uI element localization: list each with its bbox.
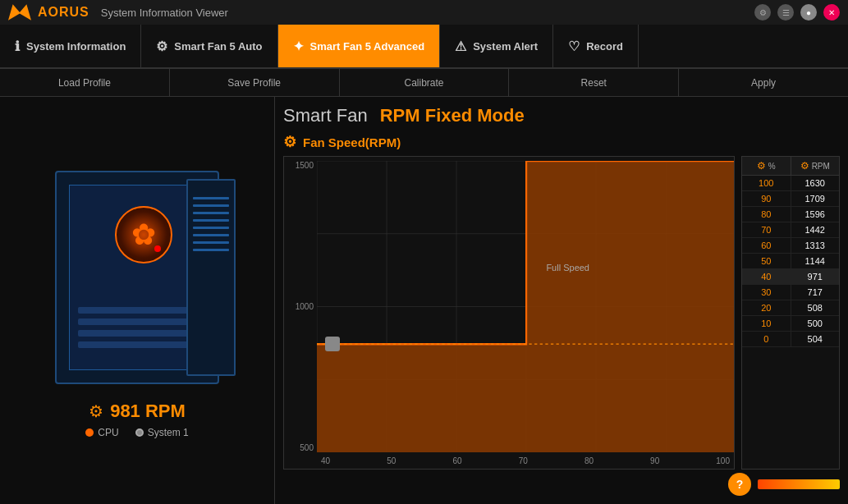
table-row[interactable]: 0 504	[742, 332, 839, 347]
load-profile-button[interactable]: Load Profile	[0, 69, 170, 96]
list-button[interactable]: ☰	[777, 4, 794, 21]
save-profile-button[interactable]: Save Profile	[170, 69, 340, 96]
table-cell-rpm: 1709	[791, 191, 840, 206]
data-table: ⚙ % ⚙ RPM 100 1630 90 1709 80 1596 70 14…	[741, 156, 840, 470]
table-cell-pct: 10	[742, 316, 791, 331]
chart-x-labels: 40 50 60 70 80 90 100	[317, 452, 734, 469]
y-label-1500: 1500	[296, 161, 314, 170]
apply-button[interactable]: Apply	[679, 69, 848, 96]
fan-circle: ✿	[115, 206, 172, 263]
help-button[interactable]: ?	[728, 473, 751, 496]
system-info-icon: ℹ	[15, 39, 20, 54]
fan-speed-icon: ⚙	[283, 133, 296, 151]
table-row[interactable]: 70 1442	[742, 222, 839, 238]
pc-side-vents	[188, 181, 234, 268]
x-label-90: 90	[650, 456, 659, 465]
full-speed-label: Full Speed	[546, 263, 589, 273]
chart-and-table: 1500 1000 500	[283, 156, 840, 470]
vent-line	[193, 219, 229, 222]
fan-dot	[154, 245, 161, 252]
rpm-display: ⚙ 981 RPM	[89, 401, 186, 422]
table-cell-rpm: 500	[791, 316, 840, 331]
main-content: ✿	[0, 97, 848, 504]
smart-fan-advanced-icon: ✦	[293, 39, 304, 54]
table-cell-pct: 0	[742, 332, 791, 346]
settings-button[interactable]: ⚙	[754, 4, 771, 21]
vent-line	[193, 197, 229, 199]
table-row[interactable]: 40 971	[742, 269, 839, 285]
table-row[interactable]: 90 1709	[742, 191, 839, 207]
minimize-button[interactable]: ●	[800, 4, 817, 21]
tab-system-alert-label: System Alert	[473, 40, 538, 53]
mode-value: RPM Fixed Mode	[380, 105, 525, 126]
chart-svg	[317, 161, 734, 452]
bottom-panel: ?	[283, 473, 840, 496]
table-cell-pct: 30	[742, 285, 791, 300]
rpm-header-icon: ⚙	[800, 160, 809, 172]
table-cell-rpm: 1313	[791, 238, 840, 253]
y-label-500: 500	[300, 443, 314, 452]
table-row[interactable]: 30 717	[742, 285, 839, 300]
table-cell-pct: 100	[742, 176, 791, 190]
rpm-icon: ⚙	[89, 401, 103, 421]
x-label-60: 60	[452, 456, 461, 465]
tab-smart-fan-auto-label: Smart Fan 5 Auto	[174, 40, 262, 53]
table-row[interactable]: 10 500	[742, 316, 839, 332]
svg-marker-0	[8, 4, 31, 21]
x-label-70: 70	[519, 456, 528, 465]
tab-system-alert[interactable]: ⚠ System Alert	[440, 25, 553, 67]
table-row[interactable]: 20 508	[742, 300, 839, 316]
pc-side-panel	[186, 179, 236, 376]
calibrate-button[interactable]: Calibrate	[340, 69, 510, 96]
logo-area: AORUS System Information Viewer	[8, 4, 228, 21]
table-row[interactable]: 80 1596	[742, 207, 839, 222]
cpu-label-text: CPU	[98, 427, 118, 438]
pct-unit: %	[768, 162, 776, 171]
chart-y-labels: 1500 1000 500	[284, 157, 317, 452]
pct-icon: ⚙	[757, 160, 766, 172]
rpm-unit: RPM	[812, 162, 830, 171]
table-cell-rpm: 1596	[791, 207, 840, 222]
mobo-line-3	[78, 330, 196, 337]
cpu-fan-label: CPU	[85, 427, 118, 438]
pc-illustration: ✿	[39, 163, 236, 392]
close-button[interactable]: ✕	[823, 4, 840, 21]
table-row[interactable]: 60 1313	[742, 238, 839, 254]
pc-case-inner: ✿	[69, 185, 205, 370]
right-panel: Smart Fan RPM Fixed Mode ⚙ Fan Speed(RPM…	[275, 97, 848, 504]
chart-area: Full Speed	[317, 161, 734, 452]
slider-handle[interactable]	[325, 337, 340, 351]
mobo-line-2	[78, 318, 196, 325]
record-icon: ♡	[568, 39, 580, 54]
table-row[interactable]: 50 1144	[742, 254, 839, 269]
table-cell-rpm: 1442	[791, 222, 840, 237]
table-cell-pct: 40	[742, 269, 791, 284]
tab-record[interactable]: ♡ Record	[553, 25, 639, 67]
vent-line	[193, 212, 229, 214]
vent-line	[193, 234, 229, 236]
tab-smart-fan-auto[interactable]: ⚙ Smart Fan 5 Auto	[141, 25, 277, 67]
system1-label-text: System 1	[148, 427, 189, 438]
table-cell-pct: 80	[742, 207, 791, 222]
tab-smart-fan-advanced-label: Smart Fan 5 Advanced	[310, 40, 425, 53]
tab-smart-fan-advanced[interactable]: ✦ Smart Fan 5 Advanced	[278, 25, 441, 67]
system-alert-icon: ⚠	[455, 39, 466, 54]
nav-tabs: ℹ System Information ⚙ Smart Fan 5 Auto …	[0, 25, 848, 69]
tab-system-info-label: System Information	[26, 40, 126, 53]
system1-fan-label: System 1	[135, 427, 189, 438]
window-controls: ⚙ ☰ ● ✕	[754, 4, 840, 21]
table-cell-rpm: 1144	[791, 254, 840, 268]
tab-system-info[interactable]: ℹ System Information	[0, 25, 141, 67]
table-cell-pct: 50	[742, 254, 791, 268]
table-row[interactable]: 100 1630	[742, 176, 839, 191]
x-label-40: 40	[321, 456, 330, 465]
title-bar: AORUS System Information Viewer ⚙ ☰ ● ✕	[0, 0, 848, 25]
table-cell-pct: 90	[742, 191, 791, 206]
table-cell-rpm: 971	[791, 269, 840, 284]
mobo-line-1	[78, 307, 196, 314]
table-cell-rpm: 1630	[791, 176, 840, 190]
gradient-bar	[758, 479, 840, 489]
reset-button[interactable]: Reset	[509, 69, 679, 96]
chart-container[interactable]: 1500 1000 500	[283, 156, 735, 470]
table-cell-rpm: 508	[791, 300, 840, 315]
